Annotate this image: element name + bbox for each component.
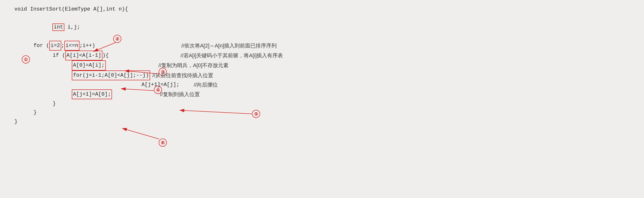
- comment-line8: //复制到插入位置: [160, 90, 200, 99]
- comment-line6: //从后往前查找待插入位置: [152, 71, 213, 80]
- code-rest: i,j;: [64, 24, 80, 30]
- svg-point-15: [159, 139, 166, 146]
- code-line-4: if (A[i]<A[i-1]){ //若A[i]关键码小于其前驱，将A[i]插…: [14, 51, 283, 60]
- comment-line3: //依次将A[2]～A[n]插入到前面已排序序列: [182, 41, 277, 50]
- code-line-2: int i,j;: [14, 14, 283, 41]
- code-text: A[j+1]=A[0];: [72, 89, 112, 99]
- comment-line5: //复制为哨兵，A[0]不存放元素: [158, 61, 228, 70]
- code-text: }: [53, 99, 56, 108]
- box-inner-for: for(j=i-1;A[0]<A[j];--j): [72, 71, 150, 80]
- code-line-5: A[0]=A[i]; //复制为哨兵，A[0]不存放元素: [14, 60, 283, 70]
- code-line-6: for(j=i-1;A[0]<A[j];--j) //从后往前查找待插入位置: [14, 71, 283, 80]
- comment-line7: //向后挪位: [194, 80, 218, 89]
- keyword-int: int: [52, 24, 64, 31]
- code-line-11: }: [14, 117, 283, 126]
- comment-line4: //若A[i]关键码小于其前驱，将A[i]插入有序表: [180, 51, 283, 60]
- code-line-9: }: [14, 99, 283, 108]
- code-text: int i,j;: [34, 14, 80, 41]
- code-text: A[j+1]=A[j];: [91, 80, 180, 89]
- box-i2: i=2: [49, 41, 61, 51]
- svg-text:⑥: ⑥: [161, 140, 165, 145]
- box-sentinel: A[0]=A[i];: [72, 60, 106, 70]
- box-icond: i<=n: [64, 41, 80, 51]
- code-text: A[0]=A[i];: [72, 60, 106, 70]
- code-line-7: A[j+1]=A[j]; //向后挪位: [14, 80, 283, 89]
- code-text: void InsertSort(ElemType A[],int n){: [14, 5, 128, 14]
- code-text: if (A[i]<A[i-1]){: [53, 51, 109, 60]
- code-line-8: A[j+1]=A[0]; //复制到插入位置: [14, 89, 283, 99]
- code-line-3: for (i=2;i<=n;i++) //依次将A[2]～A[n]插入到前面已排…: [14, 41, 283, 51]
- code-line-1: void InsertSort(ElemType A[],int n){: [14, 5, 283, 14]
- code-block: void InsertSort(ElemType A[],int n){ int…: [14, 5, 283, 126]
- code-text: for (i=2;i<=n;i++): [34, 41, 95, 51]
- code-text: for(j=i-1;A[0]<A[j];--j): [72, 71, 150, 80]
- svg-line-17: [122, 128, 159, 139]
- code-text: }: [14, 117, 18, 126]
- box-cond: A[i]<A[i-1]: [65, 51, 102, 60]
- code-text: }: [34, 108, 36, 117]
- box-insert: A[j+1]=A[0];: [72, 89, 112, 99]
- code-line-10: }: [14, 108, 283, 117]
